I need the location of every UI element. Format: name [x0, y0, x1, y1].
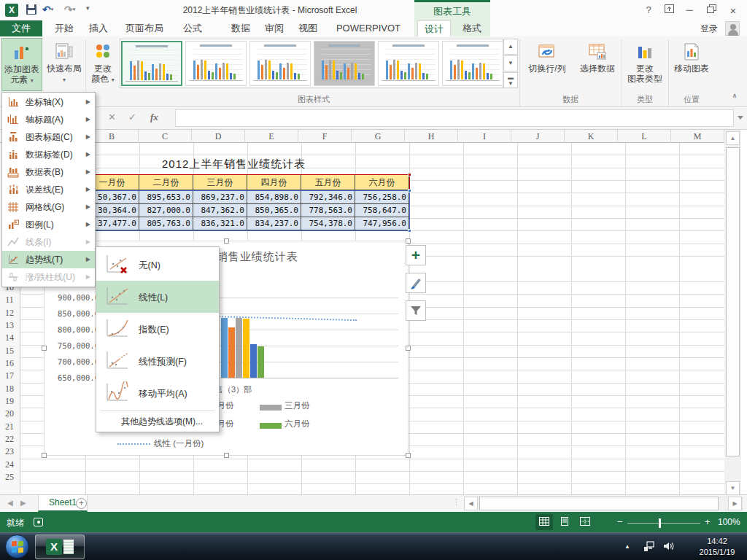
chart-filters-button[interactable]	[406, 300, 426, 321]
legend-entry[interactable]: 六月份	[285, 419, 310, 429]
view-page-break-icon[interactable]	[576, 514, 594, 530]
menu-item-data-labels[interactable]: 数据标签(D)▶	[2, 146, 95, 163]
gallery-scroll-up-icon[interactable]: ▲	[503, 39, 518, 55]
redo-icon[interactable]: ↷▾	[64, 4, 75, 15]
tab-data[interactable]: 数据	[228, 20, 254, 36]
chart-bar[interactable]	[221, 318, 228, 378]
sheet-nav-prev-icon[interactable]: ◀	[7, 499, 13, 507]
collapse-ribbon-icon[interactable]: ∧	[728, 92, 741, 102]
quick-layout-button[interactable]: 快速布局 ▾	[44, 38, 85, 92]
chart-bar[interactable]	[243, 319, 249, 378]
submenu-item-linear[interactable]: 线性(L)	[96, 281, 219, 313]
row-header[interactable]: 16	[0, 357, 19, 370]
submenu-item-none[interactable]: 无(N)	[96, 249, 219, 281]
tab-home[interactable]: 开始	[51, 20, 77, 36]
confirm-entry-icon[interactable]: ✓	[128, 112, 136, 122]
chart-style-thumbnail[interactable]	[314, 41, 375, 86]
column-header[interactable]: I	[458, 130, 511, 143]
row-header[interactable]: 21	[0, 421, 19, 433]
column-header[interactable]: E	[245, 130, 298, 143]
legend-entry[interactable]: 三月份	[285, 400, 310, 411]
chart-styles-button[interactable]	[406, 273, 426, 293]
menu-item-error-bars[interactable]: 误差线(E)▶	[2, 181, 95, 198]
help-icon[interactable]: ?	[640, 4, 657, 15]
tab-review[interactable]: 审阅	[261, 20, 287, 36]
tab-formulas[interactable]: 公式	[179, 20, 206, 36]
range-fill-handle[interactable]	[408, 229, 411, 233]
undo-icon[interactable]: ↶▾	[42, 4, 53, 15]
horizontal-scrollbar-thumb[interactable]	[479, 497, 719, 510]
row-header[interactable]: 12	[0, 307, 19, 319]
y-axis-label[interactable]: 900,000.0	[44, 289, 99, 306]
formula-input[interactable]	[175, 109, 734, 127]
chart-resize-handle[interactable]	[42, 346, 47, 351]
chart-bar[interactable]	[236, 318, 242, 378]
taskbar-excel-button[interactable]: X	[35, 534, 85, 559]
menu-item-axis-titles[interactable]: 轴标题(A)▶	[2, 111, 95, 128]
menu-item-axes[interactable]: 坐标轴(X)▶	[2, 93, 95, 111]
tab-view[interactable]: 视图	[295, 20, 321, 36]
tray-network-icon[interactable]	[643, 540, 655, 555]
chart-elements-button[interactable]: +	[406, 245, 426, 265]
add-chart-element-button[interactable]: 添加图表 元素 ▾	[1, 38, 42, 91]
zoom-slider-track[interactable]	[627, 523, 700, 524]
y-axis-label[interactable]: 700,000.0	[44, 354, 99, 370]
y-axis-label[interactable]: 650,000.0	[44, 370, 99, 386]
row-header[interactable]: 25	[0, 471, 19, 483]
row-header[interactable]: 11	[0, 294, 19, 306]
scroll-up-icon[interactable]: ▲	[726, 131, 740, 145]
column-header[interactable]: J	[511, 130, 565, 143]
view-normal-icon[interactable]	[535, 514, 553, 530]
tray-show-hidden-icon[interactable]: ▲	[624, 543, 630, 550]
chart-style-thumbnail[interactable]	[378, 41, 439, 86]
zoom-in-icon[interactable]: +	[705, 516, 711, 527]
column-header[interactable]: D	[192, 130, 245, 143]
chart-style-thumbnail[interactable]	[121, 41, 182, 86]
tray-volume-icon[interactable]	[662, 540, 674, 555]
row-header[interactable]: 14	[0, 332, 19, 344]
chart-resize-handle[interactable]	[406, 453, 411, 458]
y-axis-label[interactable]: 750,000.0	[44, 338, 99, 354]
row-header[interactable]: 13	[0, 319, 19, 332]
chart-resize-handle[interactable]	[224, 238, 229, 244]
row-header[interactable]: 20	[0, 408, 19, 420]
new-sheet-icon[interactable]: +	[76, 498, 87, 509]
menu-item-legend[interactable]: 图例(L)▶	[2, 216, 95, 233]
expand-formula-bar-icon[interactable]	[738, 116, 743, 120]
column-header[interactable]: F	[298, 130, 352, 143]
scroll-down-icon[interactable]: ▼	[726, 481, 740, 495]
menu-item-data-table[interactable]: 数据表(B)▶	[2, 163, 95, 181]
chart-resize-handle[interactable]	[42, 453, 47, 458]
select-data-button[interactable]: 选择数据	[575, 38, 620, 92]
menu-item-chart-title[interactable]: 图表标题(C)▶	[2, 128, 95, 146]
column-header[interactable]: H	[405, 130, 458, 143]
submenu-item-linear-forecast[interactable]: 线性预测(F)	[96, 345, 219, 377]
ribbon-display-options-icon[interactable]	[661, 4, 677, 15]
tab-file[interactable]: 文件	[0, 20, 42, 36]
row-header[interactable]: 24	[0, 459, 19, 471]
insert-function-icon[interactable]: fx	[150, 112, 158, 123]
range-fill-handle[interactable]	[408, 173, 411, 176]
column-header[interactable]: L	[618, 130, 671, 143]
close-icon[interactable]: ×	[725, 4, 741, 17]
gallery-scroll-down-icon[interactable]: ▼	[503, 55, 518, 71]
row-header[interactable]: 22	[0, 433, 19, 446]
trendline-legend-entry[interactable]: 线性 (一月份)	[154, 438, 204, 449]
chart-resize-handle[interactable]	[406, 238, 411, 244]
submenu-item-exponential[interactable]: 指数(E)	[96, 313, 219, 345]
tab-page-layout[interactable]: 页面布局	[121, 20, 168, 36]
submenu-item-moving-average[interactable]: 移动平均(A)	[96, 377, 219, 409]
submenu-item-more-options[interactable]: 其他趋势线选项(M)...	[96, 413, 219, 430]
tab-insert[interactable]: 插入	[85, 20, 112, 36]
sign-in-link[interactable]: 登录	[700, 20, 718, 36]
zoom-slider-thumb[interactable]	[659, 518, 661, 528]
chart-bar[interactable]	[258, 346, 264, 378]
column-header[interactable]: C	[139, 130, 192, 143]
scroll-left-icon[interactable]: ◀	[464, 497, 478, 510]
range-fill-handle[interactable]	[408, 189, 411, 192]
chart-resize-handle[interactable]	[224, 453, 229, 458]
save-icon[interactable]	[26, 4, 36, 15]
sheet-nav-next-icon[interactable]: ▶	[20, 499, 26, 507]
vertical-scrollbar-thumb[interactable]	[726, 147, 740, 456]
trendline-legend-swatch[interactable]	[117, 443, 150, 445]
